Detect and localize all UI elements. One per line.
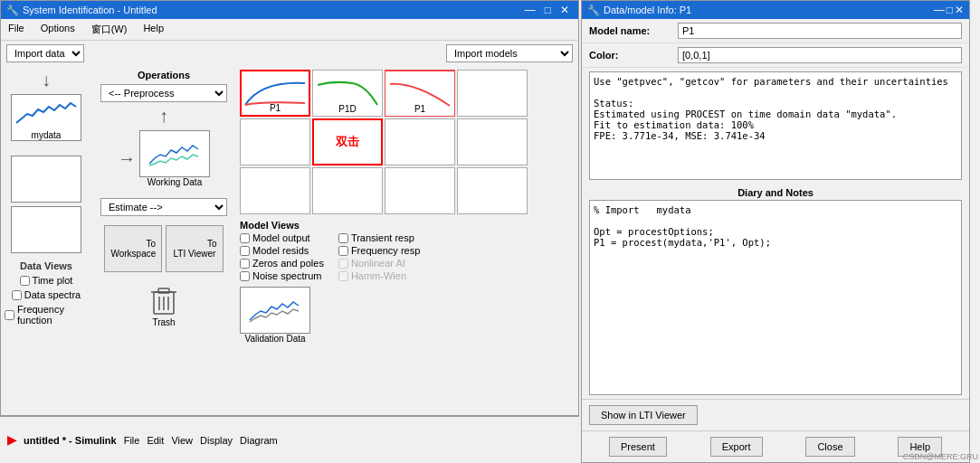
sim-menu-display[interactable]: Display <box>200 435 233 446</box>
info-title-bar: 🔧 Data/model Info: P1 — □ ✕ <box>582 1 969 19</box>
minimize-button[interactable]: — <box>521 4 539 16</box>
arrow-right-ops: → <box>118 148 136 169</box>
simulink-icon: ▶ <box>7 433 16 447</box>
estimate-dropdown[interactable]: Estimate --> <box>100 198 227 216</box>
nonlinear-ai-check[interactable] <box>338 259 348 269</box>
empty-model-box-5[interactable] <box>240 167 310 214</box>
nonlinear-ai-row[interactable]: Nonlinear AI <box>338 258 420 269</box>
validation-data-box[interactable] <box>240 287 310 334</box>
model-box-p1d[interactable]: P1D <box>312 70 383 117</box>
empty-model-box-1[interactable] <box>457 70 528 117</box>
empty-model-box-2[interactable] <box>240 118 310 165</box>
data-column: ↓ mydata Data Views <box>1 66 91 415</box>
close-info-button[interactable]: Close <box>805 437 854 457</box>
import-data-dropdown[interactable]: Import data <box>6 44 84 62</box>
empty-data-box-2[interactable] <box>11 206 81 253</box>
diary-text-area[interactable]: % Import mydata Opt = procestOptions; P1… <box>589 200 962 395</box>
sim-menu-view[interactable]: View <box>171 435 193 446</box>
working-data-box[interactable] <box>139 130 210 177</box>
working-data-chart <box>147 138 202 169</box>
noise-spectrum-row[interactable]: Noise spectrum <box>240 270 324 281</box>
info-close-btn[interactable]: ✕ <box>955 4 964 16</box>
zeros-poles-check[interactable] <box>240 259 250 269</box>
menu-file[interactable]: File <box>5 21 28 38</box>
model-output-row[interactable]: Model output <box>240 232 324 243</box>
data-spectra-check[interactable] <box>12 290 22 300</box>
info-icon: 🔧 <box>587 5 600 16</box>
show-lti-section: Show in LTI Viewer <box>582 399 969 430</box>
freq-function-row[interactable]: Frequency function <box>5 304 88 326</box>
info-title: Data/model Info: P1 <box>604 5 691 15</box>
sysid-title: System Identification - Untitled <box>23 5 157 15</box>
info-minimize-btn[interactable]: — <box>934 4 945 16</box>
show-lti-button[interactable]: Show in LTI Viewer <box>589 405 698 425</box>
sysid-title-bar: 🔧 System Identification - Untitled — □ ✕ <box>1 1 578 19</box>
info-text-area: Use "getpvec", "getcov" for parameters a… <box>589 71 962 180</box>
simulink-taskbar: ▶ untitled * - Simulink File Edit View D… <box>0 416 579 463</box>
zeros-poles-row[interactable]: Zeros and poles <box>240 258 324 269</box>
color-value[interactable]: [0,0,1] <box>678 47 962 63</box>
maximize-button[interactable]: □ <box>541 4 555 16</box>
model-box-p1[interactable]: P1 <box>240 70 310 117</box>
mydata-chart <box>14 96 78 130</box>
empty-model-box-6[interactable] <box>312 167 383 214</box>
sysid-app-icon: 🔧 <box>6 5 19 16</box>
data-spectra-row[interactable]: Data spectra <box>12 289 81 300</box>
freq-resp-row[interactable]: Frequency resp <box>338 245 420 256</box>
empty-model-box-4[interactable] <box>457 118 528 165</box>
to-lti-viewer-button[interactable]: To LTI Viewer <box>166 225 223 272</box>
model-resids-row[interactable]: Model resids <box>240 245 324 256</box>
preprocess-dropdown[interactable]: <-- Preprocess <box>100 84 227 102</box>
menu-help[interactable]: Help <box>139 21 167 38</box>
close-button[interactable]: ✕ <box>557 4 573 16</box>
transient-resp-check[interactable] <box>338 233 348 243</box>
validation-section: Validation Data <box>240 287 575 344</box>
watermark: CSDN@MERE:GRU <box>903 452 978 461</box>
menu-window[interactable]: 窗口(W) <box>88 21 131 38</box>
sim-menu-diagram[interactable]: Diagram <box>240 435 278 446</box>
arrow-down-1: ↓ <box>42 70 51 90</box>
hamm-wien-check[interactable] <box>338 271 348 281</box>
import-models-dropdown[interactable]: Import models <box>446 44 573 62</box>
info-panel: 🔧 Data/model Info: P1 — □ ✕ Model name: … <box>581 0 970 463</box>
simulink-title: untitled * - Simulink <box>24 435 117 446</box>
empty-model-box-3[interactable] <box>385 118 455 165</box>
info-maximize-btn[interactable]: □ <box>947 4 953 16</box>
trash-icon <box>150 285 177 317</box>
time-plot-check[interactable] <box>20 276 30 286</box>
simulink-menus: File Edit View Display Diagram <box>124 435 278 446</box>
menu-bar: File Options 窗口(W) Help <box>1 19 578 41</box>
empty-data-box-1[interactable] <box>11 156 81 203</box>
hamm-wien-row[interactable]: Hamm-Wien <box>338 270 420 281</box>
empty-model-box-7[interactable] <box>385 167 455 214</box>
trash-box[interactable]: Trash <box>150 285 177 327</box>
model-resids-check[interactable] <box>240 246 250 256</box>
data-views-label: Data Views <box>20 260 72 271</box>
color-row: Color: [0,0,1] <box>582 43 969 68</box>
transient-resp-row[interactable]: Transient resp <box>338 232 420 243</box>
empty-model-box-8[interactable] <box>457 167 528 214</box>
mydata-box[interactable]: mydata <box>11 94 81 141</box>
freq-function-check[interactable] <box>5 310 14 320</box>
to-workspace-button[interactable]: To Workspace <box>104 225 162 272</box>
model-box-p1-2[interactable]: P1 <box>385 70 455 117</box>
model-output-check[interactable] <box>240 233 250 243</box>
model-name-value[interactable]: P1 <box>678 23 962 39</box>
menu-options[interactable]: Options <box>37 21 79 38</box>
model-row-3 <box>240 167 575 214</box>
noise-spectrum-check[interactable] <box>240 271 250 281</box>
sysid-window-controls[interactable]: — □ ✕ <box>521 4 573 16</box>
operations-column: Operations <-- Preprocess ↑ → <box>91 66 236 415</box>
export-button[interactable]: Export <box>710 437 763 457</box>
diary-section: Diary and Notes % Import mydata Opt = pr… <box>589 187 962 395</box>
validation-chart <box>248 295 302 326</box>
dblclick-row: 双击 <box>240 118 575 165</box>
present-button[interactable]: Present <box>609 437 667 457</box>
sim-menu-edit[interactable]: Edit <box>147 435 164 446</box>
time-plot-row[interactable]: Time plot <box>20 275 73 286</box>
freq-resp-check[interactable] <box>338 246 348 256</box>
arrow-up-ops: ↑ <box>159 106 168 127</box>
sim-menu-file[interactable]: File <box>124 435 140 446</box>
model-checkboxes-left: Model output Model resids Zeros and pole… <box>240 232 324 281</box>
dblclick-box[interactable]: 双击 <box>312 118 383 165</box>
